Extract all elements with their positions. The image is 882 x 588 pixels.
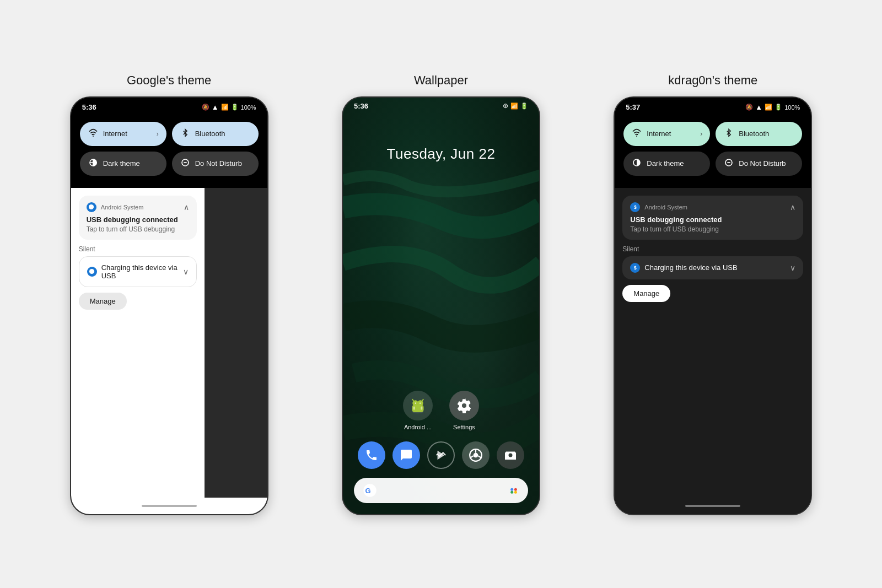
google-home-bar — [142, 505, 197, 507]
wallpaper-usb-icon: ⊕ — [503, 102, 508, 110]
settings-app-icon — [449, 391, 479, 420]
kdrag-internet-tile[interactable]: Internet › — [623, 122, 710, 146]
kdrag-signal-icon: ▲ — [755, 103, 762, 111]
wallpaper-android-label: Android ... — [404, 424, 432, 430]
google-notif1-title: USB debugging connected — [87, 215, 189, 224]
internet-arrow: › — [157, 130, 159, 138]
bluetooth-tile-icon — [180, 128, 191, 139]
svg-point-31 — [514, 490, 517, 493]
kdrag-phone: 5:37 🔕 ▲ 📶 🔋 100% — [614, 96, 812, 515]
google-manage-btn[interactable]: Manage — [79, 293, 127, 310]
kdrag-silent-cardlabel: Charging this device via USB — [644, 263, 786, 272]
svg-point-29 — [514, 488, 517, 490]
kdrag-darktheme-label: Dark theme — [647, 159, 684, 168]
kdrag-notif-area: $ Android System ∧ USB debugging connect… — [615, 188, 811, 498]
kdrag-notif1-appname: Android System — [644, 204, 786, 211]
google-title: Google's theme — [127, 73, 211, 88]
kdrag-notif1-header: $ Android System ∧ — [630, 202, 795, 212]
dock-messages-icon[interactable] — [392, 441, 420, 469]
svg-line-14 — [422, 399, 423, 401]
kdrag-time: 5:37 — [626, 103, 640, 111]
dnd-tile-icon — [180, 158, 191, 169]
google-qs-row1: Internet › Bluetooth — [80, 122, 259, 146]
wallpaper-app-row: Android ... Settings — [354, 391, 528, 430]
kdrag-notif-card1[interactable]: $ Android System ∧ USB debugging connect… — [622, 196, 803, 240]
svg-point-32 — [636, 136, 637, 137]
wallpaper-title: Wallpaper — [414, 73, 468, 88]
wallpaper-wifi-icon: 📶 — [510, 103, 518, 110]
kdrag-wifi-icon — [631, 128, 642, 139]
google-time: 5:36 — [82, 103, 96, 111]
google-qs-row2: Dark theme Do Not Disturb — [80, 152, 259, 176]
wallpaper-search-bar[interactable]: G — [354, 478, 528, 503]
google-column: Google's theme 5:36 🔕 ▲ 📶 🔋 100% — [33, 73, 305, 515]
dock-play-icon[interactable] — [427, 441, 455, 469]
google-silent-label: Silent — [79, 245, 197, 253]
battery-icon: 🔋 — [231, 104, 239, 111]
svg-point-28 — [510, 488, 513, 490]
kdrag-dnd-tile[interactable]: Do Not Disturb — [716, 152, 802, 176]
svg-text:$: $ — [90, 205, 92, 208]
kdrag-silent-label: Silent — [622, 245, 803, 253]
kdrag-notif1-appicon: $ — [630, 202, 640, 212]
kdrag-manage-btn[interactable]: Manage — [622, 285, 670, 302]
battery-percent: 100% — [241, 104, 256, 111]
google-silent-expand[interactable]: ∨ — [183, 267, 189, 276]
google-notif1-header: $ Android System ∧ — [87, 202, 189, 212]
kdrag-home-bar — [685, 505, 740, 507]
dock-camera-icon[interactable] — [497, 441, 524, 469]
wallpaper-content: 5:36 ⊕ 📶 🔋 Tuesday, Jun 22 — [343, 98, 539, 514]
google-notif-card1[interactable]: $ Android System ∧ USB debugging connect… — [79, 196, 197, 240]
wallpaper-app-settings[interactable]: Settings — [449, 391, 479, 430]
google-silent-card[interactable]: Charging this device via USB ∨ — [79, 256, 197, 287]
google-phone: 5:36 🔕 ▲ 📶 🔋 100% — [70, 96, 268, 515]
internet-label: Internet — [103, 130, 127, 138]
kdrag-darktheme-tile[interactable]: Dark theme — [623, 152, 710, 176]
google-notif-split: $ Android System ∧ USB debugging connect… — [71, 188, 267, 498]
svg-marker-19 — [438, 450, 445, 460]
dock-phone-icon[interactable] — [358, 441, 385, 469]
google-qs-panel: Internet › Bluetooth — [71, 115, 267, 188]
google-bluetooth-tile[interactable]: Bluetooth — [172, 122, 259, 146]
dnd-label: Do Not Disturb — [195, 159, 242, 168]
google-darktheme-tile[interactable]: Dark theme — [80, 152, 166, 176]
wallpaper-settings-label: Settings — [453, 424, 475, 430]
wallpaper-app-android[interactable]: Android ... — [403, 391, 433, 430]
android-app-icon — [403, 391, 433, 420]
kdrag-status-bar: 5:37 🔕 ▲ 📶 🔋 100% — [615, 98, 811, 115]
svg-point-27 — [509, 485, 519, 495]
google-silent-appicon — [87, 267, 97, 277]
kdrag-bluetooth-label: Bluetooth — [739, 130, 769, 138]
kdrag-dnd-label: Do Not Disturb — [739, 159, 786, 168]
kdrag-battery-icon: 🔋 — [775, 104, 782, 111]
kdrag-silent-card[interactable]: $ Charging this device via USB ∨ — [622, 256, 803, 279]
page-container: Google's theme 5:36 🔕 ▲ 📶 🔋 100% — [11, 62, 871, 526]
kdrag-battery-percent: 100% — [784, 104, 800, 111]
kdrag-wifi-icon: 📶 — [765, 104, 772, 111]
wallpaper-dock — [354, 441, 528, 469]
kdrag-bluetooth-tile[interactable]: Bluetooth — [716, 122, 802, 146]
svg-point-15 — [415, 402, 416, 403]
wallpaper-column: Wallpaper — [305, 73, 577, 515]
google-notif1-expand[interactable]: ∧ — [184, 203, 189, 212]
google-internet-tile[interactable]: Internet › — [80, 122, 166, 146]
kdrag-notif1-subtitle: Tap to turn off USB debugging — [630, 225, 795, 233]
google-notif-area: $ Android System ∧ USB debugging connect… — [71, 188, 267, 514]
google-dnd-tile[interactable]: Do Not Disturb — [172, 152, 259, 176]
google-g-logo: G — [363, 483, 377, 498]
google-notif1-subtitle: Tap to turn off USB debugging — [87, 225, 189, 233]
kdrag-notif1-expand[interactable]: ∧ — [790, 203, 795, 212]
wallpaper-status-icons: ⊕ 📶 🔋 — [503, 102, 528, 110]
wallpaper-time: 5:36 — [354, 102, 368, 110]
kdrag-home-indicator — [615, 498, 811, 514]
wallpaper-battery-icon: 🔋 — [520, 103, 528, 110]
wallpaper-apps-area: Android ... Settings — [343, 391, 539, 514]
dock-chrome-icon[interactable] — [462, 441, 490, 469]
kdrag-silent-expand[interactable]: ∨ — [790, 263, 795, 272]
google-notif-left: $ Android System ∧ USB debugging connect… — [71, 188, 205, 498]
kdrag-silent-appicon: $ — [630, 263, 640, 273]
kdrag-darktheme-icon — [631, 158, 642, 169]
wifi-status-icon: 📶 — [221, 104, 229, 111]
kdrag-title: kdrag0n's theme — [668, 73, 757, 88]
mute-icon: 🔕 — [202, 104, 209, 111]
